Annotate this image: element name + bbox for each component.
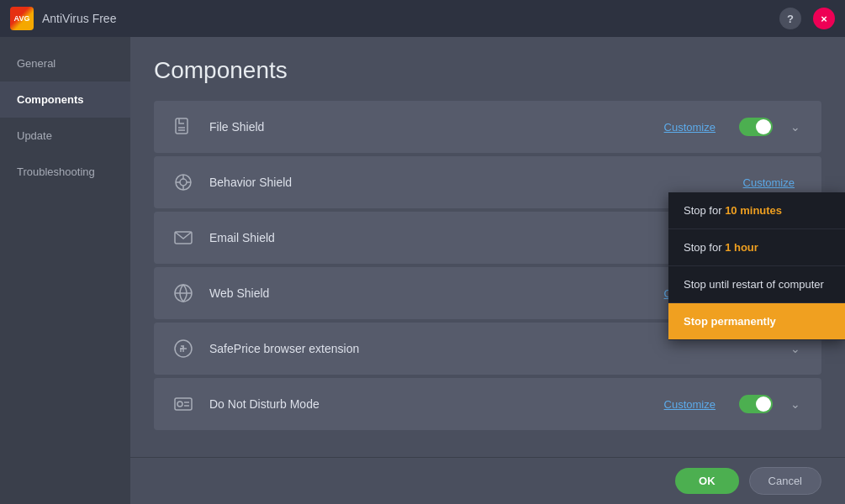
app-title: AntiVirus Free xyxy=(42,12,768,25)
file-shield-icon xyxy=(169,113,198,141)
close-button[interactable]: × xyxy=(813,8,835,29)
dnd-icon xyxy=(169,390,198,418)
stop-permanently-label: Stop permanently xyxy=(684,315,776,328)
file-shield-label: File Shield xyxy=(209,120,652,134)
svg-point-16 xyxy=(177,402,182,407)
svg-point-4 xyxy=(180,179,187,186)
sidebar-item-troubleshooting[interactable]: Troubleshooting xyxy=(0,154,130,190)
help-button[interactable]: ? xyxy=(779,8,801,29)
stop-hour-highlight: 1 hour xyxy=(725,241,758,254)
safeprice-icon xyxy=(169,334,198,363)
component-row-file-shield: File Shield Customize ⌄ xyxy=(154,101,821,153)
behavior-shield-icon xyxy=(169,168,198,197)
cancel-button[interactable]: Cancel xyxy=(749,467,821,495)
dnd-customize[interactable]: Customize xyxy=(664,398,716,411)
svg-rect-0 xyxy=(176,118,187,134)
page-title: Components xyxy=(154,57,821,84)
email-shield-icon xyxy=(169,223,198,252)
behavior-shield-label: Behavior Shield xyxy=(209,176,731,189)
main-layout: General Components Update Troubleshootin… xyxy=(0,37,845,504)
email-shield-label: Email Shield xyxy=(209,231,731,244)
footer: OK Cancel xyxy=(130,457,845,504)
content-area: Components File Shield Customize ⌄ xyxy=(130,37,845,504)
file-shield-toggle[interactable] xyxy=(739,118,773,136)
web-shield-icon xyxy=(169,279,198,307)
stop-minutes-highlight: 10 minutes xyxy=(725,204,782,217)
dnd-chevron[interactable]: ⌄ xyxy=(784,393,806,415)
safeprice-label: SafePrice browser extension xyxy=(209,342,773,355)
safeprice-chevron[interactable]: ⌄ xyxy=(784,338,806,360)
file-shield-chevron[interactable]: ⌄ xyxy=(784,116,806,138)
stop-hour-item[interactable]: Stop for 1 hour xyxy=(668,229,845,266)
stop-restart-item[interactable]: Stop until restart of computer xyxy=(668,266,845,303)
app-logo: AVG xyxy=(10,7,34,30)
dnd-toggle[interactable] xyxy=(739,395,773,413)
stop-minutes-item[interactable]: Stop for 10 minutes xyxy=(668,192,845,229)
ok-button[interactable]: OK xyxy=(675,468,739,494)
title-bar: AVG AntiVirus Free ? × xyxy=(0,0,845,37)
stop-restart-label: Stop until restart of computer xyxy=(684,278,824,291)
component-row-dnd: Do Not Disturb Mode Customize ⌄ xyxy=(154,378,821,430)
stop-permanently-item[interactable]: Stop permanently xyxy=(668,303,845,340)
web-shield-label: Web Shield xyxy=(209,286,652,300)
dnd-label: Do Not Disturb Mode xyxy=(209,397,652,411)
file-shield-customize[interactable]: Customize xyxy=(664,121,716,134)
stop-dropdown: Stop for 10 minutes Stop for 1 hour Stop… xyxy=(668,192,845,340)
sidebar-item-components[interactable]: Components xyxy=(0,81,130,118)
sidebar-item-update[interactable]: Update xyxy=(0,118,130,154)
sidebar-item-general[interactable]: General xyxy=(0,45,130,81)
sidebar: General Components Update Troubleshootin… xyxy=(0,37,130,504)
behavior-shield-customize[interactable]: Customize xyxy=(743,176,795,189)
